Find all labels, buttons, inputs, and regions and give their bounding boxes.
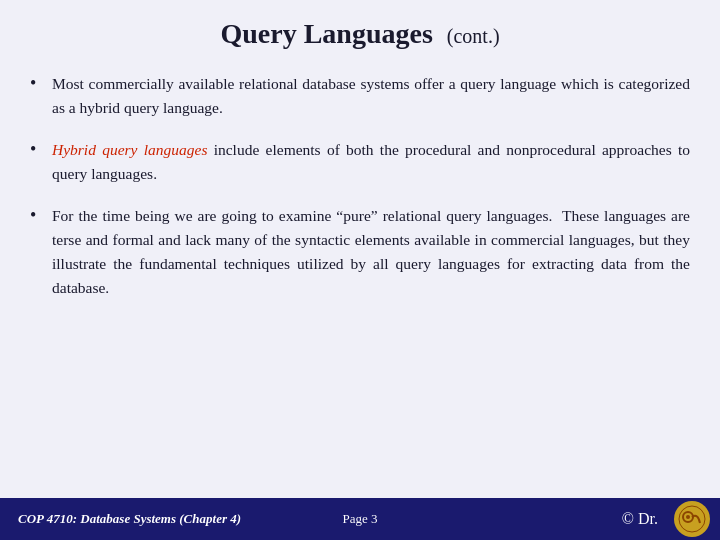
- footer-page: Page 3: [342, 511, 377, 527]
- slide-title: Query Languages (cont.): [30, 18, 690, 50]
- bullet-text-3: For the time being we are going to exami…: [52, 204, 690, 300]
- bullet-section-3: • For the time being we are going to exa…: [30, 204, 690, 300]
- footer: COP 4710: Database Systems (Chapter 4) P…: [0, 498, 720, 540]
- slide: Query Languages (cont.) • Most commercia…: [0, 0, 720, 540]
- bullet-section-1: • Most commercially available relational…: [30, 72, 690, 120]
- bullet-text-1: Most commercially available relational d…: [52, 72, 690, 120]
- bullet-text-2: Hybrid query languages include elements …: [52, 138, 690, 186]
- title-main: Query Languages: [220, 18, 432, 49]
- title-sub: (cont.): [447, 25, 500, 47]
- logo-svg: [678, 505, 706, 533]
- svg-point-2: [686, 515, 690, 519]
- bullet-icon-1: •: [30, 73, 52, 94]
- bullet-icon-2: •: [30, 139, 52, 160]
- footer-course: COP 4710: Database Systems (Chapter 4): [18, 511, 241, 527]
- footer-copyright: © Dr.: [622, 510, 658, 528]
- bullet-section-2: • Hybrid query languages include element…: [30, 138, 690, 186]
- logo-icon: [674, 501, 710, 537]
- hybrid-highlight: Hybrid query languages: [52, 141, 207, 158]
- bullet-icon-3: •: [30, 205, 52, 226]
- slide-content: Query Languages (cont.) • Most commercia…: [0, 0, 720, 498]
